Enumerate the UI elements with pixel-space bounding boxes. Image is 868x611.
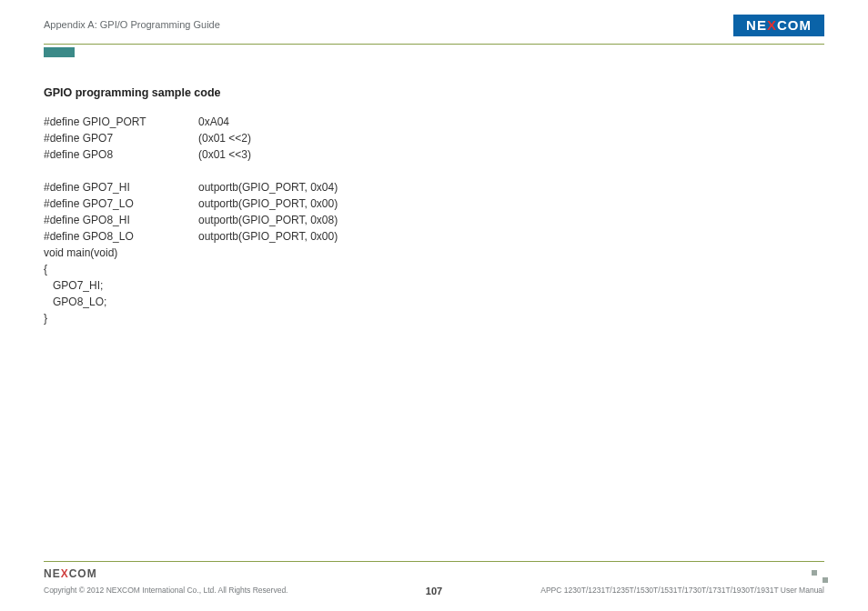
code-line: #define GPO7_HI outportb(GPIO_PORT, 0x04… bbox=[44, 179, 824, 195]
code-define: #define GPO7 bbox=[44, 130, 198, 146]
page-header: Appendix A: GPI/O Programming Guide NEXC… bbox=[44, 18, 824, 45]
header-divider bbox=[44, 44, 824, 45]
logo-text-post: COM bbox=[777, 17, 812, 33]
logo-text-pre: NE bbox=[746, 17, 767, 33]
code-define: #define GPO8_HI bbox=[44, 212, 198, 228]
footer-divider bbox=[44, 561, 824, 562]
code-line: GPO7_HI; bbox=[44, 277, 824, 294]
footer-logo: NEXCOM bbox=[44, 567, 97, 580]
content-area: GPIO programming sample code #define GPI… bbox=[44, 86, 824, 326]
code-line: #define GPO8_LO outportb(GPIO_PORT, 0x00… bbox=[44, 228, 824, 245]
code-line: #define GPO8_HI outportb(GPIO_PORT, 0x08… bbox=[44, 212, 824, 228]
code-value: outportb(GPIO_PORT, 0x00) bbox=[198, 228, 338, 245]
code-block: #define GPIO_PORT 0xA04 #define GPO7 (0x… bbox=[44, 114, 824, 326]
code-line: #define GPIO_PORT 0xA04 bbox=[44, 114, 824, 130]
brand-logo: NEXCOM bbox=[733, 15, 824, 36]
footer-logo-pre: NE bbox=[44, 567, 61, 580]
code-value: outportb(GPIO_PORT, 0x00) bbox=[198, 195, 338, 212]
code-define: #define GPO7_HI bbox=[44, 179, 198, 195]
code-line: #define GPO8 (0x01 <<3) bbox=[44, 146, 824, 163]
header-title: Appendix A: GPI/O Programming Guide bbox=[44, 19, 220, 30]
section-title: GPIO programming sample code bbox=[44, 86, 824, 99]
code-define: #define GPO8 bbox=[44, 146, 198, 163]
code-line: #define GPO7 (0x01 <<2) bbox=[44, 130, 824, 146]
code-define: #define GPIO_PORT bbox=[44, 114, 198, 130]
code-line: #define GPO7_LO outportb(GPIO_PORT, 0x00… bbox=[44, 195, 824, 212]
section-tab bbox=[44, 47, 75, 57]
blank-line bbox=[44, 163, 824, 179]
page-footer: Copyright © 2012 NEXCOM International Co… bbox=[44, 586, 824, 595]
code-line: } bbox=[44, 310, 824, 326]
code-line: void main(void) bbox=[44, 245, 824, 261]
footer-ornament-icon bbox=[812, 570, 824, 579]
logo-text-x: X bbox=[767, 17, 777, 33]
code-value: 0xA04 bbox=[198, 114, 229, 130]
code-value: (0x01 <<2) bbox=[198, 130, 251, 146]
footer-logo-x: X bbox=[61, 567, 69, 580]
footer-logo-post: COM bbox=[69, 567, 97, 580]
code-define: #define GPO8_LO bbox=[44, 228, 198, 245]
code-value: (0x01 <<3) bbox=[198, 146, 251, 163]
code-value: outportb(GPIO_PORT, 0x04) bbox=[198, 179, 338, 195]
code-line: { bbox=[44, 261, 824, 277]
code-define: #define GPO7_LO bbox=[44, 195, 198, 212]
code-line: GPO8_LO; bbox=[44, 294, 824, 310]
code-value: outportb(GPIO_PORT, 0x08) bbox=[198, 212, 338, 228]
page-number: 107 bbox=[44, 586, 824, 596]
